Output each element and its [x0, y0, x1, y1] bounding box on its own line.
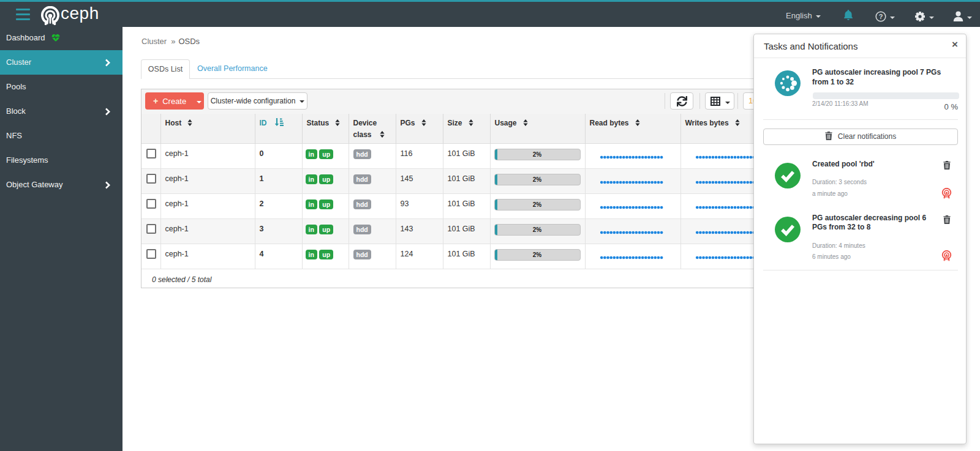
svg-text:?: ? [879, 13, 883, 20]
